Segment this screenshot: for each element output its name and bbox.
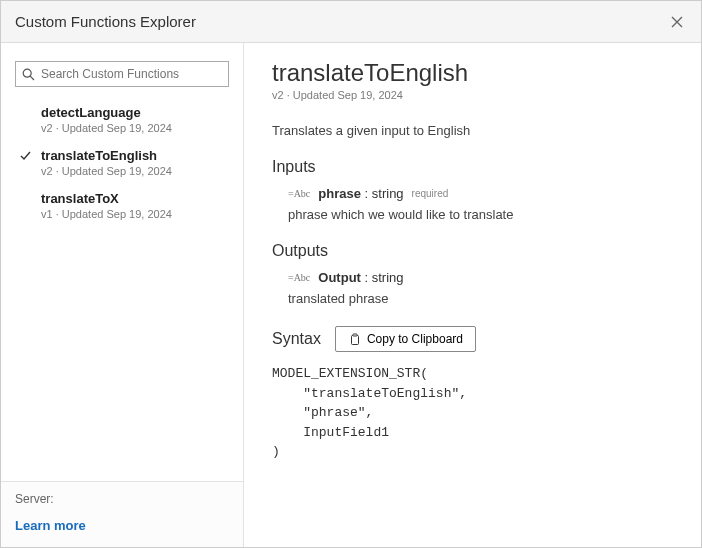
body: detectLanguage v2 · Updated Sep 19, 2024… — [1, 43, 701, 547]
input-param-row: =Abc phrase : string required — [272, 186, 673, 201]
outputs-heading: Outputs — [272, 242, 673, 260]
function-meta: v2 · Updated Sep 19, 2024 — [41, 165, 229, 177]
function-item[interactable]: detectLanguage v2 · Updated Sep 19, 2024 — [1, 99, 243, 142]
svg-rect-3 — [353, 334, 357, 336]
search-wrap — [1, 61, 243, 99]
output-param-row: =Abc Output : string — [272, 270, 673, 285]
abc-icon: =Abc — [288, 272, 310, 283]
function-item[interactable]: translateToX v1 · Updated Sep 19, 2024 — [1, 185, 243, 228]
close-icon — [670, 15, 684, 29]
syntax-code: MODEL_EXTENSION_STR( "translateToEnglish… — [272, 364, 673, 462]
search-input[interactable] — [41, 67, 222, 81]
function-name: translateToEnglish — [41, 148, 229, 163]
titlebar: Custom Functions Explorer — [1, 1, 701, 43]
abc-icon: =Abc — [288, 188, 310, 199]
sidebar: detectLanguage v2 · Updated Sep 19, 2024… — [1, 43, 244, 547]
svg-point-0 — [23, 69, 31, 77]
input-type: : string — [365, 186, 404, 201]
output-type: : string — [365, 270, 404, 285]
input-desc: phrase which we would like to translate — [272, 207, 673, 222]
sidebar-footer: Server: Learn more — [1, 481, 243, 547]
window-title: Custom Functions Explorer — [15, 13, 196, 30]
function-meta: v1 · Updated Sep 19, 2024 — [41, 208, 229, 220]
syntax-heading: Syntax — [272, 330, 321, 348]
output-name: Output — [318, 270, 361, 285]
function-list: detectLanguage v2 · Updated Sep 19, 2024… — [1, 99, 243, 481]
function-meta: v2 · Updated Sep 19, 2024 — [41, 122, 229, 134]
detail-title: translateToEnglish — [272, 59, 673, 87]
check-icon — [19, 149, 32, 165]
syntax-row: Syntax Copy to Clipboard — [272, 326, 673, 352]
detail-panel: translateToEnglish v2 · Updated Sep 19, … — [244, 43, 701, 547]
learn-more-link[interactable]: Learn more — [15, 518, 229, 533]
inputs-heading: Inputs — [272, 158, 673, 176]
close-button[interactable] — [667, 12, 687, 32]
search-box[interactable] — [15, 61, 229, 87]
function-name: translateToX — [41, 191, 229, 206]
search-icon — [22, 68, 35, 81]
svg-line-1 — [30, 76, 34, 80]
clipboard-icon — [348, 333, 361, 346]
copy-to-clipboard-button[interactable]: Copy to Clipboard — [335, 326, 476, 352]
required-badge: required — [412, 188, 449, 199]
copy-label: Copy to Clipboard — [367, 332, 463, 346]
output-desc: translated phrase — [272, 291, 673, 306]
svg-rect-2 — [351, 335, 358, 344]
function-name: detectLanguage — [41, 105, 229, 120]
detail-meta: v2 · Updated Sep 19, 2024 — [272, 89, 673, 101]
input-name: phrase — [318, 186, 361, 201]
function-item-selected[interactable]: translateToEnglish v2 · Updated Sep 19, … — [1, 142, 243, 185]
detail-description: Translates a given input to English — [272, 123, 673, 138]
explorer-window: Custom Functions Explorer detectLanguage… — [0, 0, 702, 548]
server-label: Server: — [15, 492, 229, 506]
